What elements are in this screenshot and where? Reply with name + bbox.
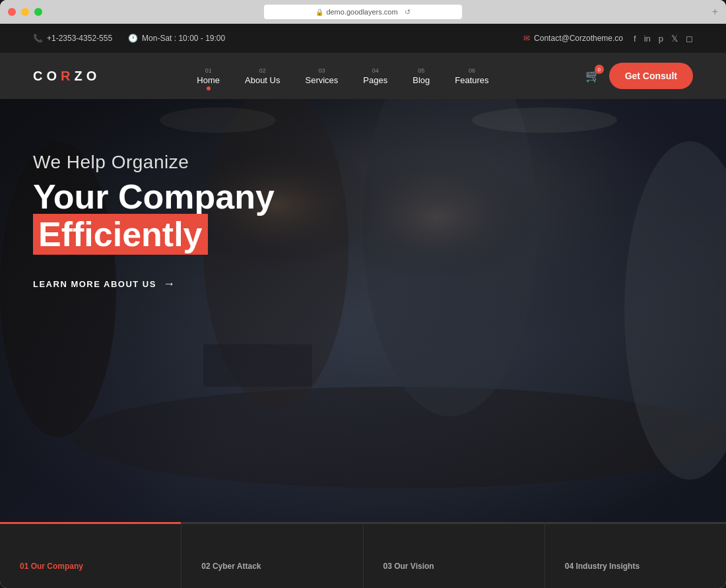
tab-num-3: 03 Our Vision — [383, 562, 525, 571]
tab-line-3 — [364, 522, 544, 524]
maximize-button[interactable] — [34, 8, 42, 16]
new-tab-button[interactable]: + — [712, 6, 718, 18]
nav-num-blog: 05 — [418, 67, 424, 74]
nav-item-features[interactable]: 06 Features — [446, 62, 498, 90]
top-bar: 📞 +1-2353-4352-555 🕐 Mon-Sat : 10:00 - 1… — [0, 24, 726, 53]
cart-button[interactable]: 🛒 0 — [585, 69, 600, 83]
nav-label-services: Services — [305, 75, 338, 85]
nav-links: 01 Home 02 About Us 03 Services 04 Pages… — [187, 62, 498, 90]
main-navigation: CORZO 01 Home 02 About Us 03 Services 04… — [0, 53, 726, 99]
tab-line-2 — [182, 522, 362, 524]
hero-section: We Help Organize Your Company Efficientl… — [0, 99, 726, 522]
tab-num-2: 02 Cyber Attack — [201, 562, 343, 571]
hero-subtitle: We Help Organize — [33, 152, 693, 173]
url-bar[interactable]: 🔒 demo.goodlayers.com ↺ — [264, 5, 462, 19]
nav-num-features: 06 — [469, 67, 475, 74]
instagram-icon[interactable]: ◻ — [686, 34, 693, 44]
nav-item-pages[interactable]: 04 Pages — [354, 62, 397, 90]
nav-num-pages: 04 — [372, 67, 379, 74]
facebook-icon[interactable]: f — [634, 34, 636, 44]
nav-num-about: 02 — [259, 67, 266, 74]
business-hours: Mon-Sat : 10:00 - 19:00 — [142, 34, 225, 43]
title-bar: 🔒 demo.goodlayers.com ↺ + — [0, 0, 726, 24]
hero-title-plain: Your Company — [33, 178, 275, 216]
top-bar-left: 📞 +1-2353-4352-555 🕐 Mon-Sat : 10:00 - 1… — [33, 34, 225, 43]
close-button[interactable] — [8, 8, 16, 16]
phone-info: 📞 +1-2353-4352-555 — [33, 34, 112, 43]
clock-icon: 🕐 — [128, 34, 138, 43]
tab-num-1: 01 Our Company — [20, 562, 161, 571]
linkedin-icon[interactable]: in — [644, 34, 651, 44]
nav-label-blog: Blog — [412, 75, 430, 85]
hours-info: 🕐 Mon-Sat : 10:00 - 19:00 — [128, 34, 225, 43]
tab-our-vision[interactable]: 03 Our Vision — [364, 522, 545, 588]
logo-accent: R — [61, 69, 74, 83]
nav-label-pages: Pages — [363, 75, 387, 85]
nav-item-services[interactable]: 03 Services — [296, 62, 347, 90]
nav-item-about[interactable]: 02 About Us — [236, 62, 289, 90]
phone-number: +1-2353-4352-555 — [47, 34, 112, 43]
hero-cta-label: Learn More About Us — [33, 279, 156, 289]
minimize-button[interactable] — [21, 8, 29, 16]
email-address: Contact@Corzotheme.co — [534, 34, 623, 43]
tab-line-1 — [0, 522, 181, 524]
site-logo[interactable]: CORZO — [33, 69, 100, 84]
tab-industry-insights[interactable]: 04 Industry Insights — [545, 522, 726, 588]
nav-actions: 🛒 0 Get Consult — [585, 63, 693, 89]
email-info: ✉ Contact@Corzotheme.co — [523, 34, 623, 43]
nav-num-services: 03 — [318, 67, 325, 74]
nav-label-features: Features — [455, 75, 488, 85]
hero-cta-link[interactable]: Learn More About Us → — [33, 277, 693, 291]
arrow-icon: → — [163, 277, 176, 291]
nav-num-home: 01 — [205, 67, 212, 74]
cart-badge: 0 — [595, 65, 604, 74]
refresh-icon[interactable]: ↺ — [405, 8, 411, 16]
twitter-icon[interactable]: 𝕏 — [671, 34, 678, 44]
nav-item-home[interactable]: 01 Home — [187, 62, 229, 90]
nav-label-about: About Us — [245, 75, 280, 85]
tab-line-4 — [545, 522, 726, 524]
tab-our-company[interactable]: 01 Our Company — [0, 522, 182, 588]
browser-window: 🔒 demo.goodlayers.com ↺ + 📞 +1-2353-4352… — [0, 0, 726, 588]
pinterest-icon[interactable]: p — [659, 34, 663, 44]
nav-label-home: Home — [197, 75, 220, 85]
tab-cyber-attack[interactable]: 02 Cyber Attack — [182, 522, 363, 588]
get-consult-button[interactable]: Get Consult — [609, 63, 693, 89]
url-text: demo.goodlayers.com — [326, 8, 397, 16]
bottom-tabs: 01 Our Company 02 Cyber Attack 03 Our Vi… — [0, 522, 726, 588]
tab-num-4: 04 Industry Insights — [565, 562, 706, 571]
top-bar-right: ✉ Contact@Corzotheme.co f in p 𝕏 ◻ — [523, 34, 693, 44]
phone-icon: 📞 — [33, 34, 43, 43]
nav-item-blog[interactable]: 05 Blog — [403, 62, 439, 90]
social-icons: f in p 𝕏 ◻ — [634, 34, 693, 44]
email-icon: ✉ — [523, 34, 530, 43]
hero-content: We Help Organize Your Company Efficientl… — [0, 99, 726, 317]
hero-title: Your Company Efficiently — [33, 178, 455, 253]
lock-icon: 🔒 — [315, 9, 323, 16]
hero-title-highlight: Efficiently — [33, 214, 208, 255]
